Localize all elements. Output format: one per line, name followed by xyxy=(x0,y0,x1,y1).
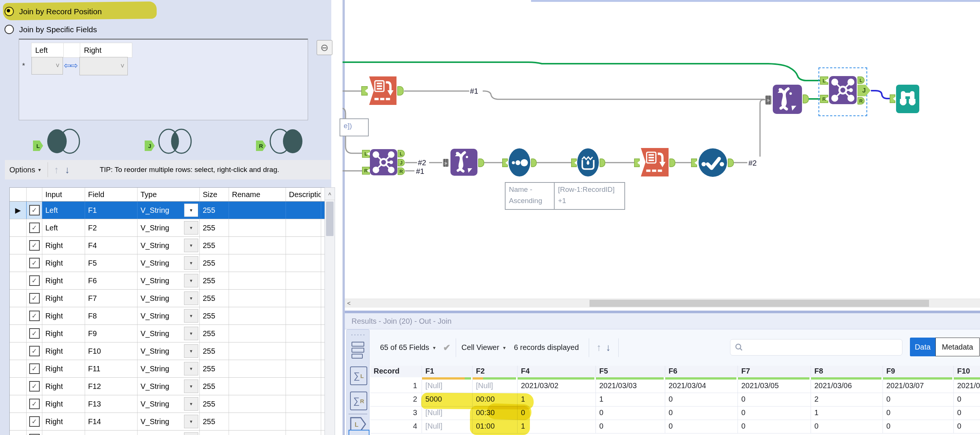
field-table-row[interactable]: ✓ Right F9 V_String▼ 255 xyxy=(10,325,325,343)
column-header-f1[interactable]: F1 xyxy=(422,366,473,377)
field-table-row[interactable]: ✓ Right F12 V_String▼ 255 xyxy=(10,378,325,395)
data-cell[interactable]: 00:00 xyxy=(473,393,517,406)
chevron-down-icon[interactable]: ▾ xyxy=(503,345,506,351)
radio-selected-icon[interactable] xyxy=(5,7,14,16)
column-header-f4[interactable]: F4 xyxy=(517,366,596,377)
field-table-row[interactable]: ✓ Right F4 V_String▼ 255 xyxy=(10,237,325,254)
type-dropdown-button[interactable]: ▼ xyxy=(184,221,198,235)
rename-cell[interactable] xyxy=(229,378,286,395)
data-cell[interactable]: 0 xyxy=(596,420,665,433)
type-dropdown-button[interactable]: ▼ xyxy=(184,239,198,252)
selected-anchor-button[interactable] xyxy=(348,430,369,435)
data-view-button[interactable]: Data xyxy=(910,338,935,356)
rename-cell[interactable] xyxy=(229,395,286,413)
results-table-row[interactable]: 2500000:001100200 xyxy=(370,393,980,406)
field-checkbox[interactable]: ✓ xyxy=(29,222,40,233)
field-table-row[interactable]: ✓ Right F10 V_String▼ 255 xyxy=(10,343,325,360)
description-cell[interactable] xyxy=(286,254,321,271)
transpose-tool[interactable] xyxy=(641,148,668,176)
field-table-row[interactable]: ✓ Right F11 V_String▼ 255 xyxy=(10,360,325,378)
column-header-record[interactable]: Record xyxy=(370,366,422,377)
field-table-row[interactable]: ✓ Right F13 V_String▼ 255 xyxy=(10,395,325,413)
scroll-down-button[interactable]: ↓ xyxy=(606,342,611,353)
apply-check-icon[interactable]: ✔ xyxy=(443,343,450,353)
type-dropdown-button[interactable]: ▼ xyxy=(184,362,198,375)
field-checkbox[interactable]: ✓ xyxy=(29,364,40,374)
results-search-box[interactable] xyxy=(730,339,902,356)
left-output-anchor-button[interactable]: L xyxy=(350,417,366,432)
field-checkbox[interactable]: ✓ xyxy=(29,258,40,268)
data-cell[interactable]: 01:00 xyxy=(473,420,517,433)
rename-cell[interactable] xyxy=(229,307,286,324)
rename-cell[interactable] xyxy=(229,343,286,360)
rename-cell[interactable] xyxy=(229,430,286,435)
unique-tool[interactable] xyxy=(698,148,727,177)
data-cell[interactable]: 0 xyxy=(811,420,883,433)
data-cell[interactable]: 2 xyxy=(811,393,883,406)
description-cell[interactable] xyxy=(286,202,321,219)
type-dropdown-button[interactable]: ▼ xyxy=(184,274,198,287)
sum-right-anchor-button[interactable]: ∑ R xyxy=(350,392,367,410)
fields-summary-dropdown[interactable]: 65 of 65 Fields xyxy=(380,343,429,352)
right-field-dropdown[interactable]: ˅ xyxy=(80,57,128,75)
multi-row-formula-tool[interactable] xyxy=(577,148,599,176)
data-cell[interactable]: 0 xyxy=(954,393,980,406)
search-input[interactable] xyxy=(743,343,887,352)
row-number-cell[interactable]: 3 xyxy=(370,406,422,420)
data-cell[interactable]: 1 xyxy=(517,393,596,406)
sort-annotation-box[interactable]: Name - Ascending xyxy=(505,182,555,210)
data-cell[interactable]: 0 xyxy=(954,406,980,420)
description-cell[interactable] xyxy=(286,272,321,289)
field-checkbox[interactable]: ✓ xyxy=(29,205,40,216)
field-checkbox[interactable]: ✓ xyxy=(29,240,40,251)
description-cell[interactable] xyxy=(286,430,321,435)
data-cell[interactable]: 2021/03/07 xyxy=(883,379,954,393)
type-dropdown-button[interactable]: ▼ xyxy=(184,432,198,435)
field-table-scrollbar[interactable]: ˄ xyxy=(325,187,335,435)
scroll-up-icon[interactable]: ˄ xyxy=(325,188,335,200)
data-cell[interactable]: 2021/03/03 xyxy=(596,379,665,393)
partial-annotation-box[interactable]: e]) xyxy=(339,118,369,137)
remove-row-button[interactable]: ⊖ xyxy=(317,40,332,55)
description-cell[interactable] xyxy=(286,360,321,377)
chevron-down-icon[interactable]: ▾ xyxy=(433,345,436,351)
join-tool-selected[interactable] xyxy=(829,76,857,104)
data-cell[interactable]: 1 xyxy=(811,406,883,420)
data-cell[interactable]: 0 xyxy=(954,420,980,433)
field-checkbox[interactable]: ✓ xyxy=(29,311,40,321)
type-dropdown-button[interactable]: ▼ xyxy=(184,415,198,428)
data-cell[interactable]: 0 xyxy=(665,393,738,406)
rename-cell[interactable] xyxy=(229,219,286,237)
fuzzy-match-tool[interactable] xyxy=(773,85,802,114)
data-cell[interactable]: 2021/03/04 xyxy=(665,379,738,393)
move-up-button[interactable]: ↑ xyxy=(51,164,62,176)
column-header-f10[interactable]: F10 xyxy=(954,366,980,377)
field-table-row[interactable]: ✓ Right F15 V_String▼ 255 xyxy=(10,430,325,435)
field-table-row[interactable]: ▶ ✓ Left F1 V_String▼ 255 xyxy=(10,202,325,219)
field-table-row[interactable]: ✓ Right F5 V_String▼ 255 xyxy=(10,254,325,272)
results-table-row[interactable]: 3[Null]00:300000100 xyxy=(370,406,980,420)
field-table-row[interactable]: ✓ Right F8 V_String▼ 255 xyxy=(10,307,325,325)
rename-cell[interactable] xyxy=(229,272,286,289)
type-dropdown-button[interactable]: ▼ xyxy=(184,256,198,270)
field-checkbox[interactable]: ✓ xyxy=(29,328,40,339)
description-cell[interactable] xyxy=(286,290,321,307)
field-checkbox[interactable]: ✓ xyxy=(29,275,40,286)
swap-fields-icon[interactable]: ⇦⇨ xyxy=(64,60,77,71)
sum-left-anchor-button[interactable]: ∑ L xyxy=(350,367,367,385)
data-cell[interactable]: 0 xyxy=(738,406,811,420)
field-checkbox[interactable]: ✓ xyxy=(29,416,40,427)
results-table-row[interactable]: 1[Null][Null]2021/03/022021/03/032021/03… xyxy=(370,379,980,393)
metadata-view-button[interactable]: Metadata xyxy=(935,338,980,356)
move-down-button[interactable]: ↓ xyxy=(62,164,73,176)
data-cell[interactable]: 0 xyxy=(883,420,954,433)
data-cell[interactable]: 0 xyxy=(517,406,596,420)
column-header-f2[interactable]: F2 xyxy=(473,366,517,377)
layout-rows-icon[interactable] xyxy=(352,342,364,360)
rename-cell[interactable] xyxy=(229,325,286,342)
data-cell[interactable]: 2021/03/05 xyxy=(738,379,811,393)
drag-grip-icon[interactable]: ····· xyxy=(351,332,366,338)
browse-tool[interactable] xyxy=(896,85,919,113)
radio-unselected-icon[interactable] xyxy=(5,25,14,34)
data-cell[interactable]: 0 xyxy=(665,420,738,433)
